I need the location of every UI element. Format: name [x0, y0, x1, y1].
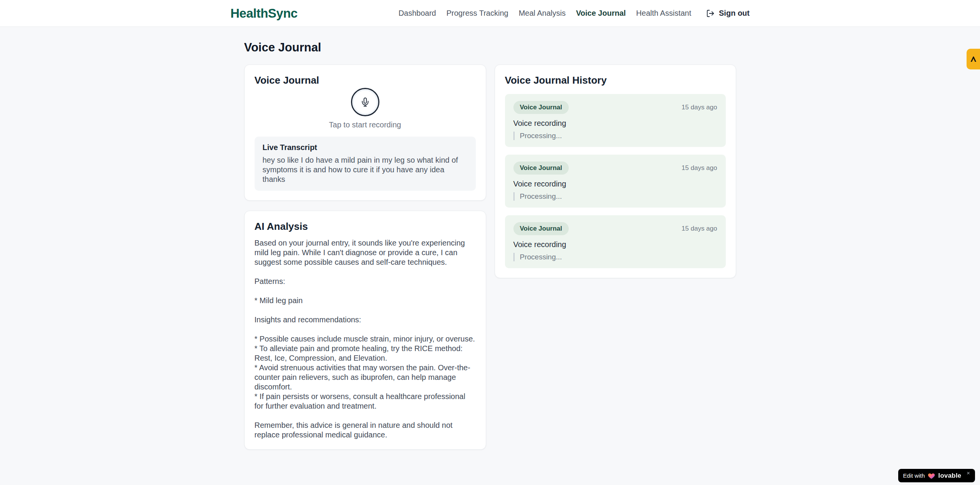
history-entry[interactable]: Voice Journal15 days agoVoice recordingP… [505, 94, 726, 147]
entry-title: Voice recording [513, 240, 717, 249]
logout-icon [706, 9, 715, 18]
entry-status: Processing... [513, 192, 717, 201]
brand-logo[interactable]: HealthSync [230, 6, 298, 21]
lovable-heart-icon [928, 472, 935, 479]
close-icon[interactable]: × [967, 470, 970, 476]
history-card: Voice Journal History Voice Journal15 da… [495, 64, 736, 278]
entry-type-badge: Voice Journal [513, 222, 569, 235]
ai-analysis-card: AI Analysis Based on your journal entry,… [244, 211, 486, 450]
entry-timestamp: 15 days ago [682, 164, 717, 172]
entry-timestamp: 15 days ago [682, 104, 717, 111]
nav-item-voice-journal[interactable]: Voice Journal [576, 9, 626, 18]
ai-analysis-text: Based on your journal entry, it sounds l… [255, 238, 476, 440]
entry-status: Processing... [513, 253, 717, 261]
live-transcript-box: Live Transcript hey so like I do have a … [255, 137, 476, 191]
edit-badge-prefix: Edit with [903, 472, 925, 479]
nav-item-progress-tracking[interactable]: Progress Tracking [446, 9, 508, 18]
edit-badge-brand: lovable [938, 472, 961, 480]
top-nav: HealthSync DashboardProgress TrackingMea… [0, 0, 980, 27]
live-transcript-title: Live Transcript [263, 143, 468, 152]
sign-out-label: Sign out [719, 9, 750, 18]
recorder-card-title: Voice Journal [255, 74, 476, 86]
nav-item-dashboard[interactable]: Dashboard [399, 9, 436, 18]
side-tab-badge[interactable] [967, 49, 980, 69]
entry-timestamp: 15 days ago [682, 225, 717, 233]
microphone-icon [360, 97, 370, 107]
peak-logo-icon [969, 55, 978, 63]
live-transcript-text: hey so like I do have a mild pain in my … [263, 155, 468, 184]
nav-links: DashboardProgress TrackingMeal AnalysisV… [399, 9, 750, 18]
nav-item-meal-analysis[interactable]: Meal Analysis [519, 9, 566, 18]
voice-recorder-card: Voice Journal Tap to start recordin [244, 64, 486, 201]
ai-analysis-title: AI Analysis [255, 221, 476, 233]
entry-status: Processing... [513, 132, 717, 140]
nav-item-health-assistant[interactable]: Health Assistant [636, 9, 691, 18]
entry-type-badge: Voice Journal [513, 101, 569, 114]
history-entry[interactable]: Voice Journal15 days agoVoice recordingP… [505, 155, 726, 208]
record-button[interactable] [351, 88, 379, 116]
sign-out-button[interactable]: Sign out [706, 9, 750, 18]
record-hint: Tap to start recording [255, 120, 476, 129]
entry-title: Voice recording [513, 119, 717, 128]
edit-with-lovable-badge[interactable]: Edit with lovable × [898, 469, 975, 482]
history-entries: Voice Journal15 days agoVoice recordingP… [505, 94, 726, 268]
entry-type-badge: Voice Journal [513, 162, 569, 175]
history-card-title: Voice Journal History [505, 74, 726, 86]
entry-title: Voice recording [513, 180, 717, 188]
page-title: Voice Journal [244, 41, 736, 54]
history-entry[interactable]: Voice Journal15 days agoVoice recordingP… [505, 215, 726, 268]
